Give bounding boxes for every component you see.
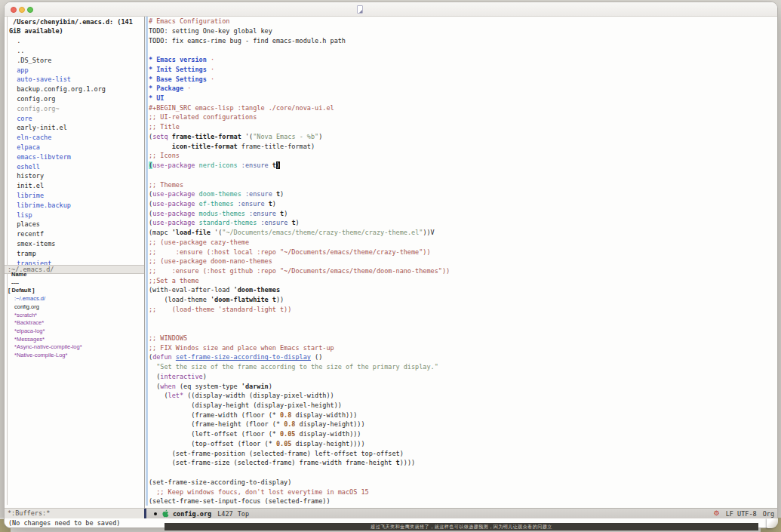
code-line[interactable]: (let* ((display-width (display-pixel-wid… (149, 391, 775, 401)
dired-entry[interactable]: early-init.el (9, 123, 143, 133)
code-line[interactable]: TODO: fix eamcs-rime bug - find emacs-mo… (149, 36, 775, 46)
code-line[interactable]: ;; Themes (149, 180, 775, 190)
dired-entry[interactable]: core (9, 114, 143, 124)
close-button[interactable] (11, 7, 17, 13)
code-segment: setq (152, 133, 168, 140)
code-line[interactable]: * Init Settings · (149, 65, 775, 75)
code-line[interactable]: (use-package nerd-icons :ensure t) (149, 161, 775, 171)
dired-entry[interactable]: lisp (9, 211, 143, 220)
fringe-diff-indicator (146, 17, 148, 506)
code-line[interactable]: (set-frame-size-according-to-display) (149, 478, 775, 487)
dired-entry[interactable]: app (9, 66, 143, 75)
code-line[interactable] (149, 45, 775, 55)
dired-entry[interactable]: eln-cache (9, 133, 143, 143)
code-line[interactable] (149, 468, 775, 478)
code-line[interactable]: (defun set-frame-size-according-to-displ… (149, 352, 775, 362)
dired-buffer: /Users/chenyibin/.emacs.d: (141GiB avail… (9, 17, 143, 265)
dired-entry[interactable]: . (9, 36, 143, 46)
dired-entry[interactable]: librime (9, 191, 143, 201)
code-line[interactable]: "Set the size of the frame according to … (149, 362, 775, 372)
buffer-list-item[interactable]: :~/.emacs.d/ (5, 295, 143, 303)
code-line[interactable]: (frame-width (floor (* 0.8 display-width… (149, 411, 775, 420)
code-line[interactable]: (with-eval-after-load 'doom-themes (149, 285, 775, 295)
modeline-major-mode[interactable]: Org (763, 510, 774, 518)
code-segment: :ensure (245, 190, 272, 198)
code-line[interactable]: (top-offset (floor (* 0.05 display-heigh… (149, 439, 775, 449)
dired-entry[interactable]: tramp (9, 249, 143, 259)
code-line[interactable]: (interactive) (149, 372, 775, 382)
dired-entry[interactable]: places (9, 220, 143, 229)
code-line[interactable]: icon-title-format frame-title-format) (149, 142, 775, 152)
code-line[interactable] (149, 171, 775, 180)
code-line[interactable]: ;; :ensure (:host github :repo "~/Docume… (149, 266, 775, 276)
code-line[interactable]: ;; :ensure (:host local :repo "~/Documen… (149, 248, 775, 257)
gear-icon[interactable]: ⚙ (714, 510, 720, 517)
dired-entry[interactable]: /Users/chenyibin/.emacs.d: (141 (9, 17, 143, 27)
buffer-list-item[interactable]: *Async-native-compile-log* (5, 343, 143, 352)
dired-entry[interactable]: recentf (9, 229, 143, 239)
dired-entry[interactable]: .. (9, 46, 143, 56)
minimize-button[interactable] (19, 7, 25, 13)
buffer-list-item[interactable]: config.org (5, 303, 143, 312)
dired-entry[interactable]: elpaca (9, 143, 143, 152)
code-line[interactable]: (select-frame-set-input-focus (selected-… (149, 497, 775, 506)
zoom-button[interactable] (27, 7, 33, 13)
code-line[interactable]: (use-package standard-themes :ensure t) (149, 218, 775, 228)
dired-entry[interactable]: auto-save-list (9, 75, 143, 85)
code-line[interactable]: ;; (use-package cazy-theme (149, 238, 775, 248)
dired-entry[interactable]: history (9, 171, 143, 181)
dired-entry[interactable]: backup.config.org.1.org (9, 85, 143, 94)
dired-entry[interactable]: .DS_Store (9, 56, 143, 66)
code-line[interactable]: # Emacs Configuration (149, 17, 775, 26)
code-line[interactable]: ;; (use-package doom-nano-themes (149, 257, 775, 266)
dired-entry[interactable]: config.org~ (9, 104, 143, 114)
code-segment: nerd-icons (199, 161, 238, 169)
dired-entry[interactable]: init.el (9, 181, 143, 191)
buffer-list-item[interactable]: *Messages* (5, 336, 143, 344)
code-line[interactable]: (left-offset (floor (* 0.05 display-widt… (149, 429, 775, 439)
code-line[interactable]: (frame-height (floor (* 0.8 display-heig… (149, 420, 775, 429)
buffer-list-item[interactable]: [ Default ] (5, 287, 143, 295)
code-line[interactable]: (display-height (display-pixel-height)) (149, 401, 775, 411)
code-line[interactable]: (mapc 'load-file '("~/Documents/emacs/th… (149, 228, 775, 238)
code-line[interactable]: (use-package doom-themes :ensure t) (149, 189, 775, 199)
buffer-list-item[interactable]: *elpaca-log* (5, 328, 143, 336)
dired-entry[interactable]: config.org (9, 94, 143, 104)
code-line[interactable]: ;; Icons (149, 151, 775, 161)
dired-entry[interactable]: emacs-libvterm (9, 152, 143, 162)
code-line[interactable]: ;; WINDOWS (149, 334, 775, 343)
code-line[interactable]: * Package · (149, 84, 775, 94)
modeline-buffer-name[interactable]: config.org (173, 510, 211, 518)
code-line[interactable]: ;; Title (149, 122, 775, 132)
buffer-list-item[interactable]: ---- (5, 279, 143, 288)
dired-entry[interactable]: smex-items (9, 239, 143, 249)
dired-entry[interactable]: GiB available) (9, 26, 143, 36)
code-line[interactable]: ;; FIX Windos size and place when Emacs … (149, 343, 775, 353)
code-line[interactable]: (set-frame-position (selected-frame) lef… (149, 449, 775, 459)
buffer-list-item[interactable]: *Native-compile-Log* (5, 352, 143, 360)
dired-entry[interactable]: librime.backup (9, 201, 143, 211)
code-line[interactable] (149, 315, 775, 324)
dired-entry[interactable]: eshell (9, 162, 143, 172)
code-line[interactable]: (when (eq system-type 'darwin) (149, 382, 775, 392)
code-line[interactable]: (load-theme 'doom-flatwhite t)) (149, 295, 775, 305)
code-line[interactable] (149, 324, 775, 334)
dired-entry[interactable]: transient (9, 259, 143, 265)
code-line[interactable]: (use-package modus-themes :ensure t) (149, 209, 775, 219)
code-segment: '( (211, 229, 222, 236)
buffer-list-item[interactable]: *scratch* (5, 312, 143, 320)
code-line[interactable]: ;;Set a theme (149, 276, 775, 286)
code-line[interactable]: ;; (load-theme 'standard-light t)) (149, 305, 775, 315)
code-line[interactable]: ;; Keep windows foucs, don't lost everyt… (149, 487, 775, 497)
buffer-list-item[interactable]: Name (5, 271, 143, 279)
buffer-list-item[interactable]: *Backtrace* (5, 319, 143, 328)
code-line[interactable]: ;; UI-related configurations (149, 112, 775, 122)
code-line[interactable]: #+BEGIN_SRC emacs-lisp :tangle ./core/no… (149, 103, 775, 113)
code-line[interactable]: TODO: setting One-key global key (149, 26, 775, 36)
code-line[interactable]: * Base Settings · (149, 75, 775, 85)
code-line[interactable]: * UI (149, 94, 775, 103)
code-line[interactable]: * Emacs version · (149, 55, 775, 65)
code-line[interactable]: (set-frame-size (selected-frame) frame-w… (149, 458, 775, 468)
code-line[interactable]: (setq frame-title-format '("Nova Emacs -… (149, 132, 775, 142)
code-line[interactable]: (use-package ef-themes :ensure t) (149, 199, 775, 209)
